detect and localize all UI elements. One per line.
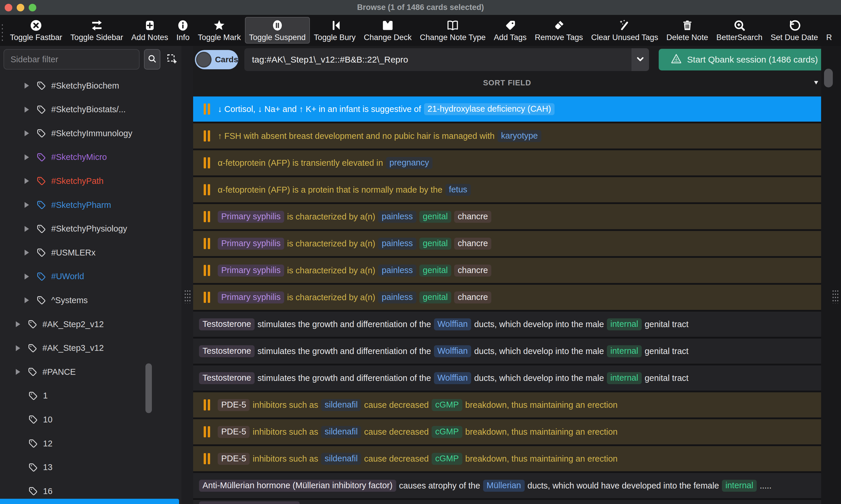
qbank-triangle-icon — [670, 53, 682, 67]
card-text: stimulates the growth and differentiatio… — [258, 346, 431, 356]
expand-chevron-icon[interactable] — [24, 250, 29, 255]
card-text: genital tract — [645, 346, 689, 356]
expand-chevron-icon[interactable] — [24, 83, 29, 89]
sidebar-selected-item-partial[interactable] — [0, 499, 179, 504]
card-row[interactable]: PDE-5inhibitors such assildenafilcause d… — [193, 419, 821, 446]
card-row[interactable]: PDE-5inhibitors such assildenafilcause d… — [193, 392, 821, 419]
expand-chevron-icon[interactable] — [24, 130, 29, 136]
card-row[interactable]: Primary syphilisis characterized by a(n)… — [193, 285, 821, 312]
sidebar-scrollbar-thumb[interactable] — [145, 363, 152, 413]
search-query-input[interactable]: tag:#AK\_Step1\_v12::#B&B::22\_Repro — [244, 48, 632, 71]
zoom-window-button[interactable] — [29, 4, 36, 12]
sidebar-item-usmlerx[interactable]: #USMLERx — [0, 241, 182, 264]
toolbar-button-toggle-bury[interactable]: Toggle Bury — [310, 17, 360, 43]
sidebar-item-label: 1 — [43, 391, 48, 400]
main-scrollbar-track[interactable] — [821, 46, 841, 504]
start-qbank-session-button[interactable]: Start Qbank session (1486 cards) — [659, 49, 829, 70]
sidebar-filter-input[interactable]: Sidebar filter — [3, 49, 140, 70]
toolbar-button-toggle-suspend[interactable]: Toggle Suspend — [245, 17, 310, 43]
window-title: Browse (1 of 1486 cards selected) — [357, 3, 484, 12]
sidebar-item-sketchybiostats[interactable]: #SketchyBiostats/... — [0, 98, 182, 121]
sort-field-column-header[interactable]: SORT FIELD — [193, 75, 821, 90]
toolbar-button-add-notes[interactable]: Add Notes — [127, 17, 172, 43]
sidebar-item-sketchypath[interactable]: #SketchyPath — [0, 169, 182, 193]
search-history-dropdown-button[interactable] — [632, 48, 649, 71]
sidebar-item-13[interactable]: 13 — [0, 456, 182, 479]
sidebar-item-pance[interactable]: #PANCE — [0, 360, 182, 383]
cloze-chip: Testosterone — [199, 372, 255, 384]
card-row[interactable]: ↑ FSH with absent breast development and… — [193, 123, 821, 150]
card-row[interactable]: Testosteronestimulates the growth and di… — [193, 365, 821, 392]
card-row[interactable]: Anti-Müllerian hormone (Müllerian inhibi… — [193, 473, 821, 500]
sidebar-item-sketchyphysiology[interactable]: #SketchyPhysiology — [0, 217, 182, 240]
sidebar-select-tool-button[interactable] — [164, 51, 180, 68]
toolbar-drag-handle[interactable] — [1, 23, 3, 42]
card-row[interactable]: α-fetoprotein (AFP) is a protein that is… — [193, 177, 821, 204]
toolbar-button-r[interactable]: R — [822, 17, 836, 43]
cloze-chip: chancre — [454, 238, 491, 250]
sidebar-item-systems[interactable]: ^Systems — [0, 289, 182, 312]
toolbar-button-set-due-date[interactable]: Set Due Date — [767, 17, 822, 43]
expand-chevron-icon[interactable] — [24, 274, 29, 280]
card-text: breakdown, thus maintaining an erection — [465, 454, 618, 464]
column-sort-indicator-icon[interactable] — [814, 81, 818, 85]
toolbar-button-toggle-mark[interactable]: Toggle Mark — [194, 17, 245, 43]
splitter-grip-icon[interactable] — [184, 289, 191, 303]
right-splitter-grip-icon[interactable] — [832, 289, 839, 303]
sidebar-item-sketchypharm[interactable]: #SketchyPharm — [0, 193, 182, 217]
tag-icon — [28, 438, 38, 449]
expand-chevron-icon[interactable] — [24, 226, 29, 232]
expand-chevron-icon[interactable] — [16, 345, 20, 351]
expand-chevron-icon[interactable] — [16, 321, 20, 327]
card-row-partial[interactable] — [193, 500, 821, 504]
sidebar-item-12[interactable]: 12 — [0, 432, 182, 455]
sidebar-item-label: #SketchyPhysiology — [51, 224, 127, 234]
sidebar-item-label: #SketchyMicro — [51, 152, 107, 162]
sidebar-item-sketchyimmunology[interactable]: #SketchyImmunology — [0, 122, 182, 145]
card-row[interactable]: Testosteronestimulates the growth and di… — [193, 339, 821, 365]
card-row[interactable]: Primary syphilisis characterized by a(n)… — [193, 258, 821, 285]
tag-icon — [36, 271, 47, 282]
toolbar-button-change-deck[interactable]: Change Deck — [360, 17, 416, 43]
card-row[interactable]: Primary syphilisis characterized by a(n)… — [193, 204, 821, 231]
card-row-selected[interactable]: ↓ Cortisol, ↓ Na+ and ↑ K+ in an infant … — [193, 96, 821, 123]
card-row[interactable]: Testosteronestimulates the growth and di… — [193, 312, 821, 339]
expand-chevron-icon[interactable] — [16, 369, 20, 375]
sidebar-search-button[interactable] — [144, 49, 160, 70]
cloze-chip: chancre — [454, 265, 491, 276]
sidebar-item-ak-step3-v12[interactable]: #AK_Step3_v12 — [0, 337, 182, 360]
sidebar-item-1[interactable]: 1 — [0, 384, 182, 408]
expand-chevron-icon[interactable] — [24, 202, 29, 208]
card-row[interactable]: PDE-5inhibitors such assildenafilcause d… — [193, 446, 821, 473]
sidebar-item-sketchybiochem[interactable]: #SketchyBiochem — [0, 74, 182, 97]
cards-notes-toggle[interactable]: Cards — [195, 50, 238, 69]
close-window-button[interactable] — [5, 4, 12, 12]
expand-chevron-icon[interactable] — [24, 154, 29, 160]
cloze-chip: Müllerian — [483, 480, 525, 492]
sidebar-item-sketchymicro[interactable]: #SketchyMicro — [0, 146, 182, 169]
sidebar-item-ak-step2-v12[interactable]: #AK_Step2_v12 — [0, 312, 182, 336]
sidebar-item-10[interactable]: 10 — [0, 408, 182, 431]
toolbar-button-add-tags[interactable]: Add Tags — [490, 17, 531, 43]
expand-chevron-icon[interactable] — [24, 178, 29, 184]
toolbar-button-toggle-fastbar[interactable]: Toggle Fastbar — [6, 17, 66, 43]
expand-chevron-icon[interactable] — [24, 107, 29, 112]
sidebar-item-uworld[interactable]: #UWorld — [0, 265, 182, 288]
card-row[interactable]: Primary syphilisis characterized by a(n)… — [193, 231, 821, 258]
minimize-window-button[interactable] — [17, 4, 24, 12]
toolbar-button-clear-unused-tags[interactable]: Clear Unused Tags — [587, 17, 662, 43]
cloze-chip: genital — [419, 211, 451, 223]
card-text: breakdown, thus maintaining an erection — [465, 400, 618, 410]
toolbar-button-change-note-type[interactable]: Change Note Type — [416, 17, 490, 43]
cloze-chip: Testosterone — [199, 318, 255, 330]
toolbar-button-delete-note[interactable]: Delete Note — [662, 17, 712, 43]
toolbar-button-remove-tags[interactable]: Remove Tags — [531, 17, 587, 43]
sidebar-splitter[interactable] — [182, 46, 193, 504]
toolbar-button-info[interactable]: Info — [172, 17, 194, 43]
card-row[interactable]: α-fetoprotein (AFP) is transiently eleva… — [193, 150, 821, 177]
toolbar-button-bettersearch[interactable]: BetterSearch — [712, 17, 767, 43]
expand-chevron-icon[interactable] — [24, 297, 29, 303]
toolbar-button-toggle-sidebar[interactable]: Toggle Sidebar — [66, 17, 127, 43]
main-scrollbar-thumb[interactable] — [824, 69, 833, 87]
sidebar-item-label: #SketchyBiostats/... — [51, 105, 126, 114]
